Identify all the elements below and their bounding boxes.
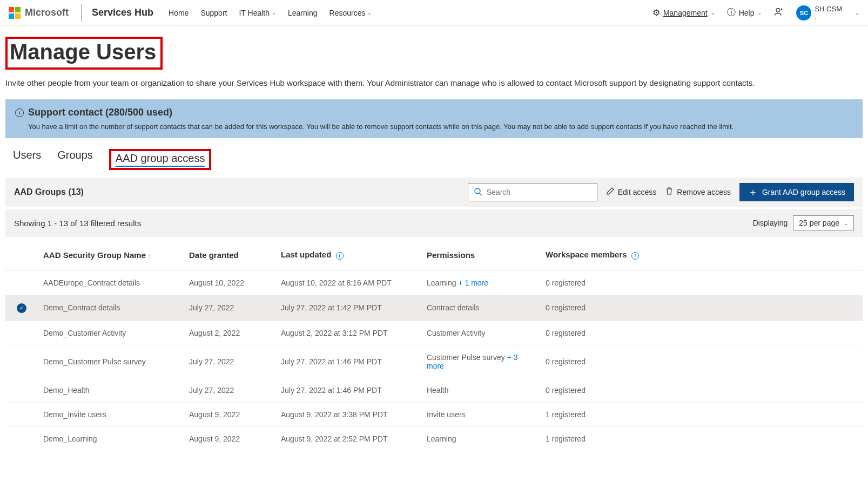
sort-asc-icon: ↑ [148, 252, 151, 260]
nav-it-health-label: IT Health [239, 9, 270, 17]
support-contact-banner: i Support contact (280/500 used) You hav… [5, 99, 863, 138]
nav-resources[interactable]: Resources⌄ [329, 9, 372, 17]
table-row[interactable]: Demo_Customer ActivityAugust 2, 2022Augu… [5, 321, 863, 345]
search-box[interactable] [468, 183, 597, 201]
chevron-down-icon: ⌄ [855, 10, 859, 16]
cell-date-granted: August 9, 2022 [184, 426, 275, 451]
app-name[interactable]: Services Hub [92, 7, 153, 18]
cell-members: 0 registered [540, 321, 863, 345]
banner-body: You have a limit on the number of suppor… [15, 123, 853, 131]
per-page-value: 25 per page [799, 219, 839, 227]
plus-icon: ＋ [748, 187, 758, 197]
remove-access-button[interactable]: Remove access [665, 187, 731, 198]
table-scroll[interactable]: AAD Security Group Name ↑ Date granted L… [5, 237, 863, 451]
row-checkbox[interactable] [5, 426, 38, 451]
check-icon: ✓ [17, 303, 26, 313]
info-icon[interactable]: i [631, 252, 639, 260]
cell-last-updated: August 10, 2022 at 8:16 AM PDT [275, 271, 421, 295]
nav-it-health[interactable]: IT Health⌄ [239, 9, 276, 17]
cell-date-granted: August 9, 2022 [184, 402, 275, 426]
cell-permissions: Customer Pulse survey + 3 more [421, 345, 540, 378]
pencil-icon [606, 187, 615, 198]
col-date-granted[interactable]: Date granted [184, 237, 275, 271]
table-header-row: AAD Security Group Name ↑ Date granted L… [5, 237, 863, 271]
remove-access-label: Remove access [677, 188, 731, 196]
svg-point-4 [776, 8, 780, 12]
svg-rect-1 [15, 7, 21, 12]
table-row[interactable]: Demo_LearningAugust 9, 2022August 9, 202… [5, 426, 863, 451]
search-input[interactable] [487, 188, 591, 196]
aad-groups-table: AAD Security Group Name ↑ Date granted L… [5, 237, 863, 451]
col-permissions[interactable]: Permissions [421, 237, 540, 271]
cell-date-granted: July 27, 2022 [184, 345, 275, 378]
nav-home[interactable]: Home [169, 9, 189, 17]
tab-aad-group-access[interactable]: AAD group access [116, 152, 205, 167]
page-title: Manage Users [5, 37, 163, 70]
row-checkbox[interactable] [5, 402, 38, 426]
microsoft-logo[interactable]: Microsoft [9, 7, 69, 19]
table-wrap: AAD Security Group Name ↑ Date granted L… [5, 237, 863, 451]
svg-line-7 [480, 193, 482, 195]
table-row[interactable]: ✓Demo_Contract detailsJuly 27, 2022July … [5, 295, 863, 321]
cell-last-updated: July 27, 2022 at 1:42 PM PDT [275, 295, 421, 321]
table-row[interactable]: Demo_Customer Pulse surveyJuly 27, 2022J… [5, 345, 863, 378]
cell-last-updated: July 27, 2022 at 1:46 PM PDT [275, 378, 421, 402]
cell-last-updated: August 9, 2022 at 3:38 PM PDT [275, 402, 421, 426]
edit-access-button[interactable]: Edit access [606, 187, 657, 198]
banner-title-text: Support contact (280/500 used) [28, 107, 172, 118]
per-page-dropdown[interactable]: 25 per page ⌄ [793, 215, 854, 230]
cell-last-updated: August 9, 2022 at 2:52 PM PDT [275, 426, 421, 451]
info-icon[interactable]: i [336, 252, 344, 260]
col-workspace-members[interactable]: Workspace members i [540, 237, 863, 271]
col-last-updated-label: Last updated [281, 250, 331, 259]
row-checkbox[interactable] [5, 321, 38, 345]
svg-rect-0 [9, 7, 14, 12]
row-checkbox[interactable] [5, 271, 38, 295]
page-content: Manage Users Invite other people from yo… [0, 26, 868, 451]
management-menu[interactable]: ⚙ Management ⌄ [652, 8, 715, 18]
trash-icon [665, 187, 674, 198]
help-menu[interactable]: ⓘ Help ⌄ [727, 7, 762, 18]
groups-toolbar: AAD Groups (13) Edit access Remove acces… [5, 178, 863, 207]
cell-date-granted: July 27, 2022 [184, 295, 275, 321]
global-header: Microsoft Services Hub Home Support IT H… [0, 0, 868, 26]
cell-members: 0 registered [540, 345, 863, 378]
tab-users[interactable]: Users [13, 149, 41, 170]
assistant-button[interactable] [773, 6, 784, 19]
page-description: Invite other people from your team or or… [5, 78, 863, 87]
displaying-label: Displaying [753, 219, 788, 227]
cell-group-name: Demo_Contract details [38, 295, 184, 321]
nav-support[interactable]: Support [200, 9, 227, 17]
user-info: SH CSM . [815, 5, 842, 19]
svg-point-5 [782, 9, 783, 10]
tab-groups[interactable]: Groups [57, 149, 93, 170]
table-row[interactable]: Demo_Invite usersAugust 9, 2022August 9,… [5, 402, 863, 426]
toolbar-title: AAD Groups (13) [14, 187, 84, 197]
microsoft-brand-text: Microsoft [25, 7, 69, 18]
cell-date-granted: August 2, 2022 [184, 321, 275, 345]
grant-access-button[interactable]: ＋ Grant AAD group access [739, 183, 854, 201]
cell-members: 0 registered [540, 378, 863, 402]
row-checkbox[interactable]: ✓ [5, 295, 38, 321]
chat-icon [773, 6, 784, 19]
col-group-name-label: AAD Security Group Name [43, 250, 146, 260]
user-menu[interactable]: SC SH CSM . ⌄ [796, 5, 859, 21]
col-last-updated[interactable]: Last updated i [275, 237, 421, 271]
gear-icon: ⚙ [652, 8, 660, 18]
col-group-name[interactable]: AAD Security Group Name ↑ [38, 237, 184, 271]
table-row[interactable]: Demo_HealthJuly 27, 2022July 27, 2022 at… [5, 378, 863, 402]
row-checkbox[interactable] [5, 378, 38, 402]
header-right: ⚙ Management ⌄ ⓘ Help ⌄ SC SH CSM . ⌄ [652, 5, 859, 21]
management-label: Management [663, 9, 708, 17]
table-row[interactable]: AADEurope_Contract detailsAugust 10, 202… [5, 271, 863, 295]
tab-bar: Users Groups AAD group access [5, 149, 863, 178]
nav-learning[interactable]: Learning [288, 9, 318, 17]
permissions-more-link[interactable]: + 3 more [427, 353, 517, 370]
cell-permissions: Contract details [421, 295, 540, 321]
cell-members: 0 registered [540, 271, 863, 295]
chevron-down-icon: ⌄ [844, 220, 848, 226]
row-checkbox[interactable] [5, 345, 38, 378]
cell-permissions: Customer Activity [421, 321, 540, 345]
top-nav: Home Support IT Health⌄ Learning Resourc… [169, 9, 372, 17]
permissions-more-link[interactable]: + 1 more [458, 279, 488, 287]
